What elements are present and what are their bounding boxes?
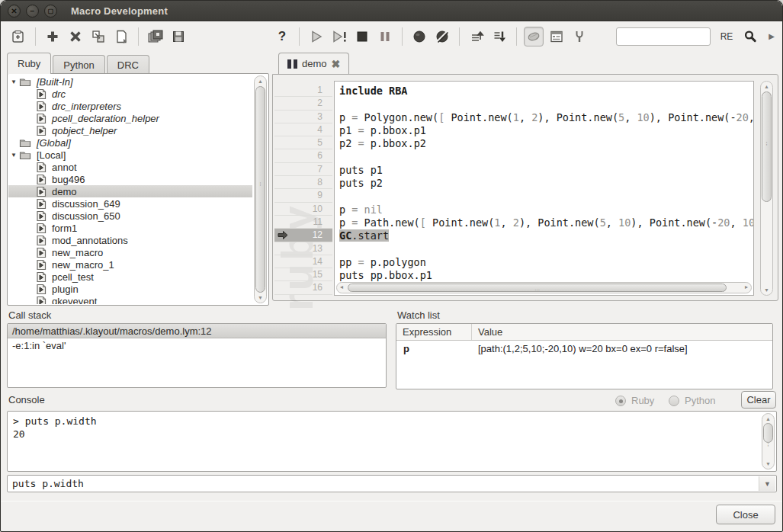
- console-output[interactable]: > puts p.width20 ▲ ⁞ ▼: [7, 411, 777, 472]
- expander-icon[interactable]: ▼: [8, 79, 19, 85]
- close-tab-icon[interactable]: ✖: [332, 58, 341, 70]
- close-window-button[interactable]: ✕: [8, 5, 21, 18]
- gutter-line-6[interactable]: 6: [274, 149, 332, 162]
- search-options-arrow-icon[interactable]: ▶: [769, 32, 775, 40]
- tree-item-new_macro[interactable]: new_macro: [8, 246, 252, 258]
- tree-item-discussion_649[interactable]: discussion_649: [8, 197, 252, 210]
- tree-item-plugin[interactable]: plugin: [8, 283, 252, 295]
- gutter-line-16[interactable]: 16: [274, 281, 332, 294]
- tree-item-discussion_650[interactable]: discussion_650: [8, 210, 252, 222]
- tree-item-built-in[interactable]: ▼[Built-In]: [8, 75, 252, 88]
- run-script-button[interactable]: [306, 27, 326, 46]
- console-vertical-scrollbar[interactable]: ▲ ⁞ ▼: [762, 413, 775, 470]
- close-button[interactable]: Close: [716, 505, 775, 524]
- tree-item-drc_interpreters[interactable]: drc_interpreters: [8, 100, 252, 112]
- save-macro-button[interactable]: [168, 27, 188, 46]
- tree-vertical-scrollbar[interactable]: ▲ ⁞ ▼: [254, 75, 267, 303]
- search-input[interactable]: [616, 27, 711, 46]
- tree-item-global[interactable]: [Global]: [8, 136, 252, 149]
- scroll-down-arrow-icon[interactable]: ▼: [255, 295, 266, 300]
- setup-button[interactable]: [570, 27, 589, 46]
- macro-file-icon: [36, 259, 47, 271]
- call-stack-frame[interactable]: -e:1:in `eval': [8, 338, 386, 353]
- stop-script-button[interactable]: [352, 27, 372, 46]
- tree-item-drc[interactable]: drc: [8, 88, 252, 100]
- toolbar: ? RE ▶: [1, 21, 782, 51]
- set-breakpoint-button[interactable]: [409, 27, 429, 46]
- gutter-line-3[interactable]: 3: [274, 111, 332, 123]
- ruby-radio[interactable]: Ruby: [615, 395, 654, 406]
- call-stack-label: Call stack: [8, 309, 51, 321]
- tab-demo[interactable]: demo ✖: [278, 53, 349, 74]
- watch-list-table[interactable]: Expression Value p[path:(1,2;5,10;-20,10…: [396, 323, 773, 389]
- tree-item-form1[interactable]: form1: [8, 222, 252, 234]
- tree-item-qkevevent[interactable]: qkevevent: [8, 295, 252, 304]
- step-into-icon: [492, 29, 507, 44]
- maximize-window-button[interactable]: ▢: [44, 5, 57, 18]
- minimize-window-button[interactable]: −: [26, 5, 39, 18]
- call-stack-frame[interactable]: /home/matthias/.klayout/macros/demo.lym:…: [8, 324, 386, 338]
- gutter-line-8[interactable]: 8: [274, 176, 332, 189]
- gutter-line-13[interactable]: 13: [274, 242, 332, 255]
- tree-item-demo[interactable]: demo: [8, 185, 252, 197]
- rename-macro-button[interactable]: [88, 27, 108, 46]
- tree-item-qobject_helper[interactable]: qobject_helper: [8, 124, 252, 136]
- help-button[interactable]: ?: [272, 27, 292, 46]
- python-radio[interactable]: Python: [669, 395, 715, 406]
- run-script-from-current-button[interactable]: [329, 27, 349, 46]
- search-button[interactable]: [740, 27, 760, 46]
- editor-horizontal-scrollbar[interactable]: ◂ ⋯ ▸: [336, 282, 752, 293]
- expander-icon[interactable]: ▼: [8, 152, 19, 159]
- tree-item-bug496[interactable]: bug496: [8, 173, 252, 185]
- clear-console-button[interactable]: Clear: [741, 391, 776, 409]
- tree-item-annot[interactable]: annot: [8, 161, 252, 173]
- gutter-line-14[interactable]: 14: [274, 255, 332, 268]
- gutter-line-5[interactable]: 5: [274, 136, 332, 149]
- clear-breakpoints-icon: [435, 29, 450, 44]
- tree-item-pcell_declaration_helper[interactable]: pcell_declaration_helper: [8, 112, 252, 124]
- search-icon: [743, 30, 757, 43]
- add-macro-button[interactable]: [43, 27, 63, 46]
- tab-python[interactable]: Python: [53, 55, 104, 74]
- tree-item-pcell_test[interactable]: pcell_test: [8, 271, 252, 283]
- gutter-line-12[interactable]: 12: [274, 229, 332, 242]
- console-input[interactable]: [12, 476, 755, 492]
- new-location-button[interactable]: [8, 27, 28, 46]
- gutter-line-11[interactable]: 11: [274, 216, 332, 229]
- code-line-15: puts pp.bbox.p1: [339, 269, 752, 282]
- code-line-2: [339, 98, 752, 111]
- tab-ruby[interactable]: Ruby: [7, 53, 51, 74]
- gutter-line-1[interactable]: 1: [274, 84, 332, 97]
- import-macro-button[interactable]: [111, 27, 131, 46]
- gutter-line-10[interactable]: 10: [274, 203, 332, 216]
- delete-macro-button[interactable]: [66, 27, 85, 46]
- editor-vertical-scrollbar[interactable]: ▲ ⁞ ▼: [760, 81, 773, 296]
- gutter-line-2[interactable]: 2: [274, 97, 332, 110]
- console-label: Console: [8, 394, 45, 405]
- gutter-line-7[interactable]: 7: [274, 163, 332, 176]
- editor-code-area[interactable]: include RBAp = Polygon.new([ Point.new(1…: [334, 81, 754, 296]
- step-over-button[interactable]: [467, 27, 486, 46]
- call-stack-list[interactable]: /home/matthias/.klayout/macros/demo.lym:…: [7, 323, 387, 388]
- watch-list-label: Watch list: [397, 309, 440, 321]
- gutter-line-9[interactable]: 9: [274, 189, 332, 202]
- tree-item-local[interactable]: ▼[Local]: [8, 149, 252, 161]
- code-line-7: puts p1: [339, 164, 752, 177]
- step-into-button[interactable]: [489, 27, 509, 46]
- console-history-dropdown[interactable]: ▼: [759, 476, 775, 491]
- gutter-line-4[interactable]: 4: [274, 123, 332, 136]
- add-macro-icon: [45, 29, 60, 44]
- properties-button[interactable]: [547, 27, 566, 46]
- ruby-language-toggle-button[interactable]: [524, 27, 544, 46]
- tab-drc[interactable]: DRC: [107, 55, 149, 74]
- gutter-line-15[interactable]: 15: [274, 268, 332, 281]
- clear-breakpoints-button[interactable]: [432, 27, 452, 46]
- macro-tree[interactable]: ▼[Built-In]drcdrc_interpreterspcell_decl…: [8, 75, 252, 304]
- save-all-macros-button[interactable]: [146, 27, 165, 46]
- tree-item-mod_annotations[interactable]: mod_annotations: [8, 234, 252, 246]
- editor-gutter[interactable]: 12345678910111213141516: [274, 84, 332, 295]
- tree-item-new_macro_1[interactable]: new_macro_1: [8, 258, 252, 271]
- pause-script-button[interactable]: [375, 27, 395, 46]
- watch-row[interactable]: p[path:(1,2;5,10;-20,10) w=20 bx=0 ex=0 …: [396, 341, 772, 357]
- scroll-up-arrow-icon[interactable]: ▲: [255, 79, 266, 84]
